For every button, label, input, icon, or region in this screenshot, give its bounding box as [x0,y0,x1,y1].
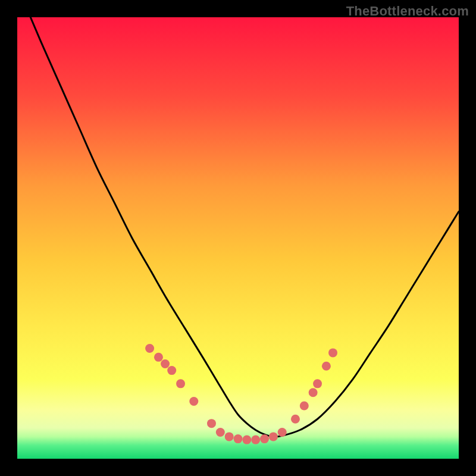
curve-marker [145,344,154,353]
curve-marker [300,401,309,410]
curve-marker [242,436,251,444]
curve-marker [161,359,170,368]
curve-marker [260,434,269,443]
curve-marker [167,366,176,375]
watermark-text: TheBottleneck.com [346,4,469,19]
curve-marker [291,415,300,424]
curve-marker [278,428,287,437]
curve-marker [216,428,225,437]
chart-frame: TheBottleneck.com [0,0,476,476]
gradient-bg [17,17,459,459]
curve-marker [328,348,337,357]
curve-marker [309,388,318,397]
curve-marker [322,362,331,371]
curve-marker [176,379,185,388]
curve-marker [251,436,260,444]
curve-marker [225,432,234,441]
plot-area [17,17,459,459]
chart-svg [17,17,459,459]
curve-marker [313,379,322,388]
curve-marker [234,434,243,443]
curve-marker [154,353,163,362]
curve-marker [207,419,216,428]
curve-marker [189,397,198,406]
curve-marker [269,432,278,441]
